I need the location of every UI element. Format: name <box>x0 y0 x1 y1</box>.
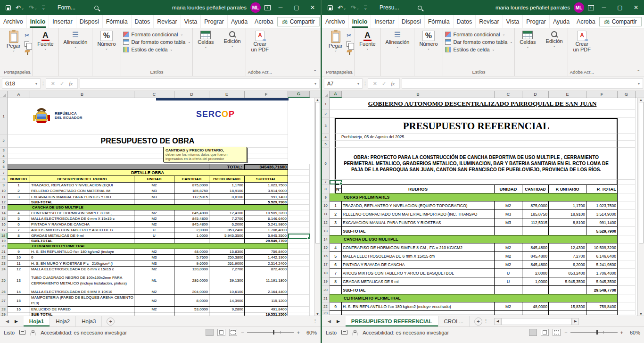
create-pdf-button[interactable]: Crearun PDF <box>248 29 272 54</box>
cell[interactable]: 9 <box>330 302 342 311</box>
cell[interactable]: 6.146,6400 <box>586 252 618 260</box>
table-row[interactable]: 2513TUBO CUADRADO NEGRO DE 100x100x2mm P… <box>0 272 314 289</box>
conditional-formatting-button[interactable]: Formato condicional ⌄ <box>123 32 191 37</box>
cell[interactable]: 1 <box>330 201 342 210</box>
cell-styles-button[interactable]: Estilos de celda ⌄ <box>123 47 191 52</box>
cell[interactable]: 875,0000 <box>522 201 549 210</box>
cell[interactable] <box>618 277 636 286</box>
cell[interactable]: 185,8750 <box>174 188 209 194</box>
sheet-nav-left-icon[interactable]: ◀ <box>328 319 331 324</box>
select-all-corner[interactable] <box>322 91 330 98</box>
cell[interactable]: 5.945,3500 <box>586 277 618 286</box>
zoom-slider[interactable] <box>247 332 294 333</box>
maximize-button[interactable]: ▢ <box>612 0 628 15</box>
font-button[interactable]: A Fuente⌄ <box>34 29 56 52</box>
paste-button[interactable]: Pegar⌄ <box>326 29 345 55</box>
row-header[interactable]: 20 <box>322 286 330 294</box>
cell[interactable] <box>174 200 209 205</box>
row-header[interactable]: 29 <box>0 312 8 316</box>
cell[interactable]: 12 <box>8 267 30 272</box>
cell[interactable]: 1,0000 <box>174 233 209 239</box>
collapse-ribbon-icon[interactable]: ⌃ <box>313 69 317 74</box>
cell[interactable]: 845,4800 <box>174 210 209 216</box>
row-header[interactable]: 4 <box>0 153 8 159</box>
cell[interactable]: 13 <box>8 272 30 289</box>
horizontal-scrollbar[interactable]: ◀ ▶ <box>494 318 579 325</box>
column-header-A[interactable]: A <box>330 91 342 98</box>
cell[interactable]: 3.514,9000 <box>245 188 288 194</box>
table-row[interactable]: 21CERRAMIENTO PERIMETRAL <box>322 294 637 302</box>
row-header[interactable]: 8 <box>322 184 330 193</box>
table-row[interactable]: 155MALLA ELECTROSOLDADA DE 6 mm X 15x15 … <box>0 216 314 222</box>
table-row[interactable]: 166PINTADA Y RAYADA DE CANCHAM2845,48006… <box>0 222 314 227</box>
cut-icon[interactable]: ✂ <box>347 32 352 39</box>
column-header-B[interactable]: B <box>30 91 134 98</box>
cell[interactable]: 1.706,4800 <box>586 269 618 277</box>
cell[interactable] <box>288 260 310 267</box>
cell[interactable]: 2,0000 <box>522 269 549 277</box>
insert-function-icon[interactable]: fx <box>69 81 73 86</box>
cell[interactable]: 845,4800 <box>522 260 549 269</box>
table-row[interactable]: 123EXCAVACION MANUAL PARA PLINTOS Y RIOS… <box>322 218 637 227</box>
ribbon-display-options-icon[interactable] <box>588 5 594 10</box>
column-header-C[interactable]: C <box>134 91 174 98</box>
close-button[interactable]: ✕ <box>305 0 321 15</box>
table-row[interactable]: 165MALLA ELECTROSOLDADA DE 6 mm X 15x15 … <box>322 252 637 260</box>
table-row[interactable]: 102RELLENO COMPACTADO CON MATERIAL IMM31… <box>0 188 314 194</box>
cell[interactable]: 2.164,4400 <box>245 289 288 295</box>
ribbon-tab-ayuda[interactable]: Ayuda <box>228 15 251 28</box>
row-header[interactable]: 3 <box>0 148 8 153</box>
new-sheet-icon[interactable]: + <box>474 318 482 326</box>
cell[interactable]: 29.549,7700 <box>245 239 288 243</box>
sheet-tab[interactable]: Hoja2 <box>50 316 76 326</box>
cell[interactable] <box>288 289 310 295</box>
table-row[interactable]: 20SUB-TOTAL29.549,7700 <box>322 286 637 294</box>
cell-description[interactable]: TRAZADO, REPLANTEO Y NIVELACION (EQUI <box>30 183 134 188</box>
cell[interactable]: M2 <box>495 260 522 269</box>
cell[interactable]: 3.514,9000 <box>586 210 618 218</box>
cell[interactable]: 12,4300 <box>209 210 245 216</box>
copy-icon[interactable] <box>25 41 29 47</box>
ribbon-tab-prograr[interactable]: Prograr <box>523 15 550 28</box>
column-header-C[interactable]: C <box>495 91 522 98</box>
column-header-B[interactable]: B <box>342 91 495 98</box>
zoom-slider[interactable] <box>570 332 618 333</box>
row-header[interactable]: 2 <box>322 110 330 118</box>
row-header[interactable]: 1 <box>0 98 8 134</box>
table-row[interactable]: 188GRADAS METALICAS DE 9 mlU1,00005.945,… <box>0 233 314 239</box>
close-button[interactable]: ✕ <box>628 0 644 15</box>
scroll-up-icon[interactable]: ▲ <box>639 98 643 101</box>
spreadsheet[interactable]: 1 REPÚBLICADEL ECUADOR SERCOP 2PRESUPUES… <box>0 98 321 316</box>
redo-button[interactable]: ↷⌄ <box>351 4 359 11</box>
ribbon-tab-disposi[interactable]: Disposi <box>398 15 425 28</box>
ribbon-tab-fórmula[interactable]: Fórmula <box>425 15 454 28</box>
row-header[interactable]: 18 <box>0 233 8 239</box>
ribbon-tab-inicio[interactable]: Inicio <box>27 15 50 28</box>
cell[interactable]: M2 <box>495 252 522 260</box>
cell-description[interactable]: TUBO CUADRADO NEGRO DE 100x100x2mm PARA … <box>30 272 134 289</box>
cell[interactable]: 991,1400 <box>586 218 618 227</box>
cells-button[interactable]: Celdas⌄ <box>517 29 538 50</box>
row-header[interactable]: 15 <box>0 216 8 222</box>
page-break-view-icon[interactable] <box>553 329 561 336</box>
cell[interactable]: 11 <box>8 260 30 267</box>
table-row[interactable]: 14CANCHA DE USO MULTIPLE <box>322 235 637 243</box>
row-header[interactable]: 7 <box>0 170 8 176</box>
table-row[interactable]: 2816ENLUCIDO DE PAREDM253,00009,2800491,… <box>0 307 314 312</box>
cell[interactable]: M2 <box>134 295 174 307</box>
sheet-tab[interactable]: PRESUPUESTO REFERENCIAL <box>346 316 438 326</box>
selected-cell[interactable] <box>288 234 310 239</box>
column-header-E[interactable]: E <box>549 91 586 98</box>
cell[interactable]: 2 <box>330 210 342 218</box>
row-header[interactable]: 11 <box>322 210 330 218</box>
row-header[interactable]: 21 <box>322 294 330 302</box>
share-button[interactable]: 🖄Compartir <box>599 17 642 26</box>
cell-description[interactable]: H. S. EN MURO Y RIOSTRAS F´c= 210kg/cm³ … <box>30 260 134 267</box>
table-row[interactable]: 22100M35,7600250,38001.442,1900 <box>0 255 314 260</box>
clipboard-dialog-launcher[interactable]: ⌟ <box>29 70 31 75</box>
ribbon-tab-acroba[interactable]: Acroba <box>251 15 277 28</box>
cell[interactable]: 9,2800 <box>209 307 245 312</box>
cell-description[interactable]: PINTADA Y RAYADA DE CANCHA <box>342 260 495 269</box>
cell[interactable]: U <box>134 227 174 233</box>
cell[interactable] <box>618 286 636 294</box>
